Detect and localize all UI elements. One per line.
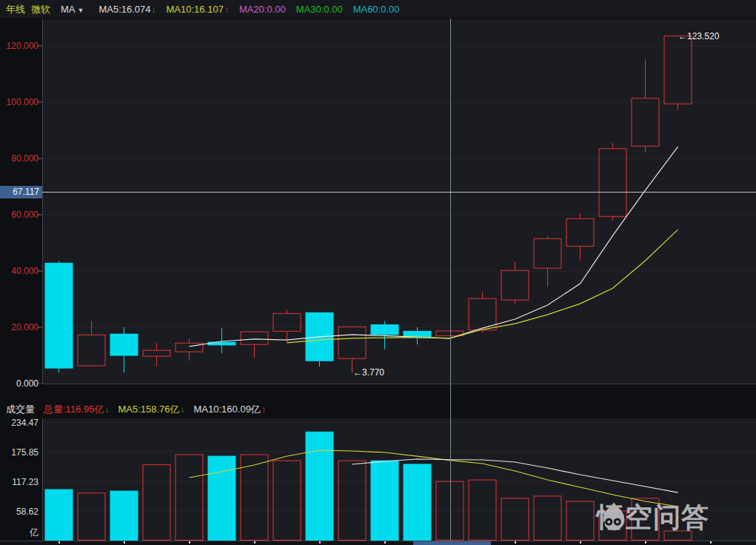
candle xyxy=(566,218,594,246)
volume-ma5-value: MA5:158.76亿 xyxy=(118,404,179,415)
volume-ma10: MA10:160.09亿↑ xyxy=(194,403,266,416)
volume-bar xyxy=(534,496,561,541)
volume-chart-baseline xyxy=(0,541,756,541)
down-arrow-icon: ↓ xyxy=(181,404,185,415)
candle xyxy=(534,238,561,268)
volume-total: 总量:116.95亿↓ xyxy=(44,403,109,416)
up-arrow-icon: ↑ xyxy=(224,4,229,15)
candle xyxy=(632,98,659,147)
volume-bar xyxy=(241,455,268,541)
volume-ma-line-ma10 xyxy=(352,459,678,492)
volume-chart xyxy=(0,418,756,541)
volume-ma-line-ma5 xyxy=(190,450,678,506)
volume-bar xyxy=(45,489,73,540)
indicator-ma60: MA60:0.00 xyxy=(353,4,400,15)
volume-bar xyxy=(306,432,333,540)
price-tick-label: 20.000 xyxy=(0,321,39,333)
volume-bar xyxy=(664,531,692,540)
crosshair-price-tag: 67.117 xyxy=(0,186,42,198)
price-ma-line-ma5 xyxy=(190,147,678,347)
volume-bar xyxy=(273,461,301,540)
volume-bar xyxy=(208,456,235,540)
up-arrow-icon: ↑ xyxy=(261,404,266,415)
candle xyxy=(175,343,203,352)
indicator-ma5: MA5:16.074↓ xyxy=(98,4,155,15)
price-ma-line-ma10 xyxy=(287,230,678,343)
symbol-tab[interactable]: 微软 xyxy=(31,3,50,16)
main-chart-baseline xyxy=(42,384,756,384)
indicator-ma5-value: MA5:16.074 xyxy=(98,4,150,15)
candle xyxy=(273,313,301,331)
down-arrow-icon: ↓ xyxy=(152,4,156,15)
ma-dropdown[interactable]: MA▼ xyxy=(61,4,84,15)
stock-chart-app: 年线 微软 MA▼ MA5:16.074↓ MA10:16.107↑ MA20:… xyxy=(0,0,756,545)
volume-title: 成交量 xyxy=(6,403,35,416)
volume-bar xyxy=(143,465,170,541)
ma-dropdown-label: MA xyxy=(61,4,76,15)
price-tick-label: 120.000 xyxy=(0,40,39,52)
down-arrow-icon: ↓ xyxy=(104,404,109,415)
volume-bar xyxy=(371,461,398,540)
price-tick-label: 80.000 xyxy=(0,153,39,164)
toolbar: 年线 微软 MA▼ MA5:16.074↓ MA10:16.107↑ MA20:… xyxy=(0,0,756,19)
volume-unit-label: 亿 xyxy=(0,527,39,538)
candle xyxy=(143,350,170,356)
candle xyxy=(78,335,105,366)
volume-bar xyxy=(566,501,594,540)
crosshair-vertical-line xyxy=(450,19,451,541)
candle xyxy=(501,270,529,300)
volume-ma5: MA5:158.76亿↓ xyxy=(118,403,184,416)
indicator-ma20: MA20:0.00 xyxy=(239,4,286,15)
chevron-down-icon: ▼ xyxy=(78,7,84,14)
candle xyxy=(45,263,73,368)
volume-bar xyxy=(469,480,496,540)
volume-header: 成交量 总量:116.95亿↓ MA5:158.76亿↓ MA10:160.09… xyxy=(6,403,275,416)
volume-tick-label: 175.85 xyxy=(0,447,39,458)
scrollbar-thumb[interactable] xyxy=(413,541,491,545)
volume-bar xyxy=(404,464,431,541)
volume-bar xyxy=(501,498,529,540)
candle xyxy=(110,334,138,355)
candle xyxy=(404,331,431,337)
high-price-annotation: ←123.520 xyxy=(678,31,719,41)
volume-bar xyxy=(110,491,138,540)
volume-bar xyxy=(78,493,105,541)
candle xyxy=(371,325,398,335)
volume-tick-label: 117.23 xyxy=(0,477,39,488)
price-tick-label: 100.000 xyxy=(0,96,39,108)
volume-tick-label: 58.62 xyxy=(0,506,39,518)
volume-tick-label: 234.47 xyxy=(0,418,39,429)
volume-bar xyxy=(338,461,366,540)
price-tick-label: 40.000 xyxy=(0,265,39,277)
crosshair-horizontal-line xyxy=(42,192,756,193)
volume-bar xyxy=(599,511,626,540)
indicator-ma10: MA10:16.107↑ xyxy=(167,4,229,15)
price-tick-label: 60.000 xyxy=(0,209,39,221)
price-zero-label: 0.000 xyxy=(0,378,39,389)
volume-ma10-value: MA10:160.09亿 xyxy=(194,404,261,415)
candlestick-chart xyxy=(0,19,756,384)
low-price-annotation: ←3.770 xyxy=(353,367,384,378)
candle xyxy=(241,332,268,344)
volume-bar xyxy=(632,498,659,540)
volume-bar xyxy=(175,455,203,541)
volume-total-value: 总量:116.95亿 xyxy=(44,404,104,415)
indicator-ma30: MA30:0.00 xyxy=(296,4,343,15)
indicator-ma10-value: MA10:16.107 xyxy=(167,4,224,15)
candle xyxy=(338,327,366,358)
period-tab[interactable]: 年线 xyxy=(6,3,25,16)
